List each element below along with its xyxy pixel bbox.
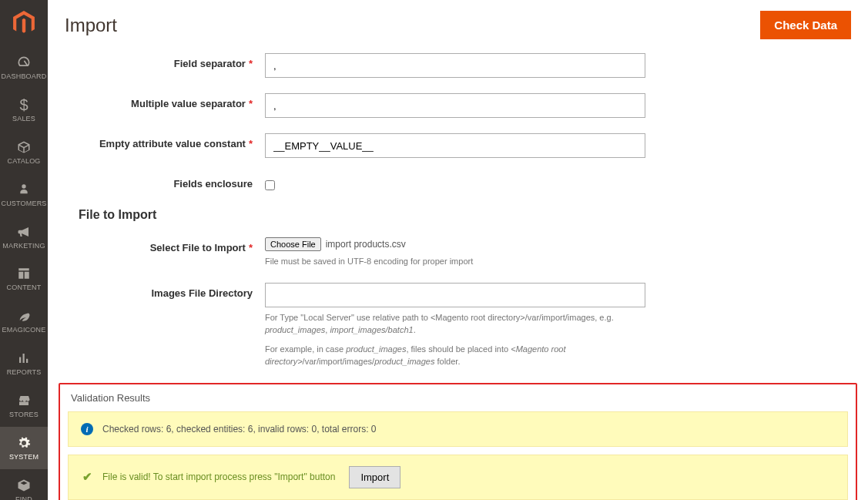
fields-enclosure-row: Fields enclosure bbox=[65, 173, 851, 193]
sidebar-label: FIND PARTNERS & EXTENSIONS bbox=[1, 496, 47, 500]
required-marker: * bbox=[249, 242, 253, 253]
page-header: Import Check Data bbox=[48, 0, 868, 53]
import-button[interactable]: Import bbox=[349, 466, 400, 488]
content-icon bbox=[17, 265, 31, 282]
sidebar-item-marketing[interactable]: MARKETING bbox=[0, 216, 48, 258]
validation-success-text: File is valid! To start import process p… bbox=[102, 471, 335, 482]
dollar-icon: $ bbox=[19, 96, 28, 113]
sidebar-label: SYSTEM bbox=[9, 454, 39, 461]
file-to-import-heading: File to Import bbox=[79, 208, 851, 222]
sidebar-label: REPORTS bbox=[7, 369, 42, 377]
sidebar-item-system[interactable]: SYSTEM bbox=[0, 427, 48, 469]
megaphone-icon bbox=[17, 223, 31, 240]
main-content: Import Check Data Field separator* Multi… bbox=[48, 0, 868, 500]
sidebar-item-stores[interactable]: STORES bbox=[0, 384, 48, 427]
admin-sidebar: DASHBOARD $ SALES CATALOG CUSTOMERS MARK… bbox=[0, 0, 48, 500]
sidebar-label: CONTENT bbox=[7, 284, 42, 292]
fields-enclosure-label: Fields enclosure bbox=[65, 173, 265, 190]
sidebar-item-reports[interactable]: REPORTS bbox=[0, 342, 48, 384]
info-icon: i bbox=[81, 423, 93, 435]
sidebar-label: MARKETING bbox=[2, 243, 45, 250]
sidebar-label: SALES bbox=[12, 116, 35, 123]
empty-attribute-input[interactable] bbox=[265, 133, 645, 158]
dashboard-icon bbox=[16, 54, 32, 71]
sidebar-item-sales[interactable]: $ SALES bbox=[0, 89, 48, 131]
magento-logo-icon bbox=[13, 11, 35, 35]
validation-info-text: Checked rows: 6, checked entities: 6, in… bbox=[102, 424, 377, 435]
images-dir-label: Images File Directory bbox=[65, 283, 265, 299]
check-data-button[interactable]: Check Data bbox=[760, 11, 851, 39]
choose-file-button[interactable]: Choose File bbox=[265, 237, 321, 251]
sidebar-item-emagicone[interactable]: EMAGICONE bbox=[0, 300, 48, 342]
multiple-value-separator-input[interactable] bbox=[265, 93, 645, 118]
images-dir-row: Images File Directory For Type "Local Se… bbox=[65, 283, 851, 367]
validation-results-panel: Validation Results i Checked rows: 6, ch… bbox=[59, 383, 857, 500]
images-dir-note-2: For example, in case product_images, fil… bbox=[265, 344, 645, 367]
import-form: Field separator* Multiple value separato… bbox=[48, 53, 868, 367]
sidebar-label: STORES bbox=[9, 411, 39, 419]
gear-icon bbox=[17, 435, 31, 451]
leaf-icon bbox=[17, 307, 31, 324]
select-file-label: Select File to Import* bbox=[65, 237, 265, 253]
sidebar-item-dashboard[interactable]: DASHBOARD bbox=[0, 46, 48, 89]
partners-icon bbox=[17, 477, 31, 494]
customer-icon bbox=[18, 181, 30, 198]
multiple-value-separator-label: Multiple value separator* bbox=[65, 93, 265, 109]
select-file-row: Select File to Import* Choose File impor… bbox=[65, 237, 851, 267]
check-icon: ✔ bbox=[81, 470, 93, 484]
images-dir-input[interactable] bbox=[265, 283, 645, 307]
sidebar-label: EMAGICONE bbox=[2, 327, 46, 334]
required-marker: * bbox=[249, 138, 253, 149]
empty-attribute-label: Empty attribute value constant* bbox=[65, 133, 265, 149]
empty-attribute-row: Empty attribute value constant* bbox=[65, 133, 851, 158]
field-separator-input[interactable] bbox=[265, 53, 645, 78]
field-separator-label: Field separator* bbox=[65, 53, 265, 69]
validation-success-message: ✔ File is valid! To start import process… bbox=[68, 455, 848, 500]
reports-icon bbox=[17, 350, 31, 367]
sidebar-item-customers[interactable]: CUSTOMERS bbox=[0, 173, 48, 216]
fields-enclosure-checkbox[interactable] bbox=[265, 180, 275, 190]
sidebar-item-catalog[interactable]: CATALOG bbox=[0, 131, 48, 173]
selected-filename: import products.csv bbox=[326, 239, 406, 250]
sidebar-label: CUSTOMERS bbox=[1, 200, 46, 208]
sidebar-label: DASHBOARD bbox=[2, 73, 47, 81]
validation-info-message: i Checked rows: 6, checked entities: 6, … bbox=[68, 411, 848, 447]
validation-results-title: Validation Results bbox=[68, 392, 848, 404]
sidebar-item-content[interactable]: CONTENT bbox=[0, 257, 48, 300]
file-encoding-note: File must be saved in UTF-8 encoding for… bbox=[265, 256, 645, 267]
field-separator-row: Field separator* bbox=[65, 53, 851, 78]
multiple-value-separator-row: Multiple value separator* bbox=[65, 93, 851, 118]
catalog-icon bbox=[17, 139, 31, 156]
images-dir-note-1: For Type "Local Server" use relative pat… bbox=[265, 312, 645, 336]
required-marker: * bbox=[249, 58, 253, 69]
required-marker: * bbox=[249, 98, 253, 109]
sidebar-label: CATALOG bbox=[7, 158, 40, 166]
sidebar-item-partners[interactable]: FIND PARTNERS & EXTENSIONS bbox=[0, 469, 48, 500]
magento-logo[interactable] bbox=[0, 0, 48, 46]
stores-icon bbox=[17, 392, 31, 409]
page-title: Import bbox=[65, 15, 117, 36]
